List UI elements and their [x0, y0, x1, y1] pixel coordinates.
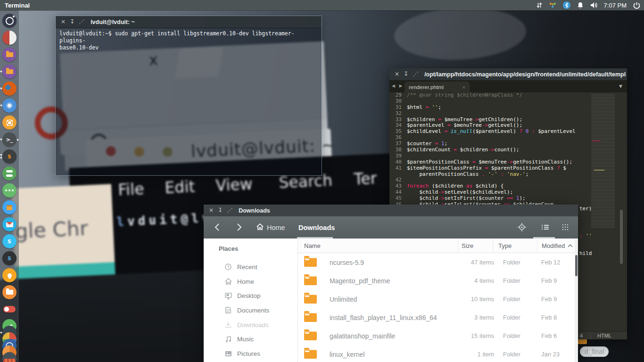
dock-item-launcher-ubuntu[interactable]: [2, 14, 17, 28]
breadcrumb-home[interactable]: Home: [256, 216, 285, 239]
line-number: 41: [389, 165, 402, 172]
dock-item-settings-toggles[interactable]: [2, 166, 17, 181]
folder-icon: [304, 331, 317, 340]
dock-item-switch-app[interactable]: [3, 302, 16, 316]
table-row[interactable]: Unlimited10 itemsFolderFeb 9: [298, 290, 575, 308]
line-number: [389, 172, 402, 178]
dock-item-software-center[interactable]: [2, 115, 17, 130]
photo-light-blob: [393, 5, 528, 63]
file-list-rows: ncurses-5.947 itemsFolderFeb 12Magento_p…: [298, 253, 575, 362]
file-manager-window[interactable]: × ↧ ⋰ Downloads Home Downloads: [204, 205, 578, 362]
terminal-body[interactable]: lvduit@lvduit:~$ sudo apt-get install li…: [56, 28, 322, 175]
column-header-name[interactable]: Name: [298, 239, 458, 253]
file-list-scrollbar-thumb[interactable]: [575, 255, 578, 276]
dock-item-mail[interactable]: [2, 217, 17, 231]
volume-icon[interactable]: [590, 1, 598, 9]
network-arrows-icon[interactable]: [536, 1, 543, 9]
tab-dropdown-icon[interactable]: ▼: [619, 84, 622, 89]
grid-view-button[interactable]: [559, 221, 571, 233]
striped-base-icon: [3, 359, 16, 362]
sidebar-item-music[interactable]: Music: [204, 332, 297, 346]
dock-item-package-manager[interactable]: [2, 200, 17, 214]
minimap[interactable]: [591, 94, 615, 229]
minimize-icon[interactable]: ↧: [70, 16, 74, 28]
sidebar-item-recent[interactable]: Recent: [204, 260, 297, 274]
tab-renderer-phtml[interactable]: renderer.phtml ×: [405, 82, 470, 92]
file-manager-titlebar[interactable]: × ↧ ⋰ Downloads: [204, 205, 578, 216]
table-row[interactable]: linux_kernel1 itemFolderJan 23: [298, 345, 575, 362]
file-list-scrollbar[interactable]: [575, 239, 578, 362]
sidebar-item-label: Pictures: [237, 350, 260, 357]
dock-item-system-monitor[interactable]: [2, 31, 17, 45]
dock-item-terminal[interactable]: >_: [2, 132, 17, 147]
column-header-label: Name: [304, 242, 321, 249]
dock-item-file-manager[interactable]: [2, 48, 17, 62]
column-header-size[interactable]: Size: [458, 239, 493, 253]
table-row[interactable]: galatitanshop_mainfile15 itemsFolderFeb …: [298, 327, 575, 345]
dock-item-file-manager-alt[interactable]: [2, 65, 17, 79]
running-indicator: [0, 88, 2, 89]
clock[interactable]: 7:07 PM: [604, 2, 627, 9]
dock-item-idea-app[interactable]: [2, 268, 17, 282]
power-icon[interactable]: [633, 1, 640, 9]
tab-close-icon[interactable]: ×: [462, 84, 465, 90]
home-icon: [256, 223, 264, 231]
dock-item-firefox[interactable]: [2, 82, 17, 96]
dock-item-skype[interactable]: S: [2, 234, 17, 248]
table-row[interactable]: ncurses-5.947 itemsFolderFeb 12: [298, 253, 575, 272]
resize-icon[interactable]: ⋰: [79, 16, 84, 28]
column-header-modified[interactable]: Modified: [537, 239, 575, 253]
locate-pointer-icon[interactable]: [516, 221, 528, 233]
file-name: Unlimited: [330, 296, 463, 303]
forward-button[interactable]: [233, 221, 245, 233]
file-name: Magento_pdf_theme: [330, 277, 463, 285]
variety-icon[interactable]: [549, 1, 557, 9]
resize-icon[interactable]: ⋰: [413, 68, 418, 80]
file-size: 47 items: [463, 259, 498, 266]
bluetooth-icon[interactable]: [563, 1, 570, 9]
minimize-icon[interactable]: ↧: [404, 68, 408, 80]
terminal-titlebar[interactable]: × ↧ ⋰ lvduit@lvduit: ~: [56, 16, 322, 28]
dock-item-documents-app[interactable]: [2, 285, 17, 299]
code-line: 40$parentPositionClass = $menuTree->getP…: [389, 159, 576, 165]
editor-title-path: /opt/lampp/htdocs/magento/app/design/fro…: [424, 71, 626, 78]
sidebar-item-home[interactable]: Home: [204, 274, 297, 289]
desktop-file-label[interactable]: d_final: [580, 346, 609, 357]
close-icon[interactable]: ×: [61, 16, 66, 28]
editor-scrollbar-thumb[interactable]: [620, 210, 623, 264]
dock-item-shutter[interactable]: S: [2, 251, 17, 265]
close-icon[interactable]: ×: [209, 205, 214, 216]
grid-view-icon: [562, 224, 568, 230]
dock-item-sublime-text[interactable]: S: [2, 149, 17, 164]
sidebar-item-documents[interactable]: Documents: [204, 303, 297, 318]
dock-item-chromium[interactable]: [2, 99, 17, 113]
sidebar-item-downloads[interactable]: Downloads: [204, 318, 297, 332]
table-row[interactable]: Magento_pdf_theme4 itemsFolderFeb 9: [298, 272, 575, 290]
line-number: 32: [389, 111, 402, 117]
back-button[interactable]: [211, 221, 223, 233]
dock-item-messages[interactable]: •••: [2, 183, 17, 197]
list-view-button[interactable]: [539, 221, 551, 233]
running-indicator: [0, 157, 2, 158]
file-type: Folder: [498, 259, 537, 266]
table-row[interactable]: install_flash_player_11_linux.x86_643 it…: [298, 308, 575, 327]
sidebar-heading: Places: [219, 245, 297, 252]
tab-nav-arrows-icon[interactable]: ◀ ▶: [392, 83, 404, 88]
editor-titlebar[interactable]: × ↧ ⋰ /opt/lampp/htdocs/magento/app/desi…: [389, 68, 627, 80]
minimize-icon[interactable]: ↧: [218, 205, 223, 216]
resize-icon[interactable]: ⋰: [227, 205, 232, 216]
top-panel: Terminal 7:07 PM: [0, 0, 644, 10]
breadcrumb-current[interactable]: Downloads: [298, 216, 335, 239]
file-type: Folder: [498, 277, 537, 284]
terminal-window[interactable]: × ↧ ⋰ lvduit@lvduit: ~ lvduit@lvduit:~$ …: [55, 16, 322, 176]
statusbar-syntax[interactable]: HTML: [597, 333, 611, 338]
sidebar-item-pictures[interactable]: Pictures: [204, 346, 297, 361]
close-icon[interactable]: ×: [395, 68, 399, 80]
notifications-icon[interactable]: [577, 1, 584, 9]
folder-icon: [6, 69, 13, 74]
file-list-header: NameSizeTypeModified: [298, 239, 575, 253]
running-indicator: [0, 71, 2, 72]
column-header-type[interactable]: Type: [493, 239, 537, 253]
sidebar-item-desktop[interactable]: Desktop: [204, 288, 297, 303]
dock-item-striped-base[interactable]: [3, 359, 16, 362]
